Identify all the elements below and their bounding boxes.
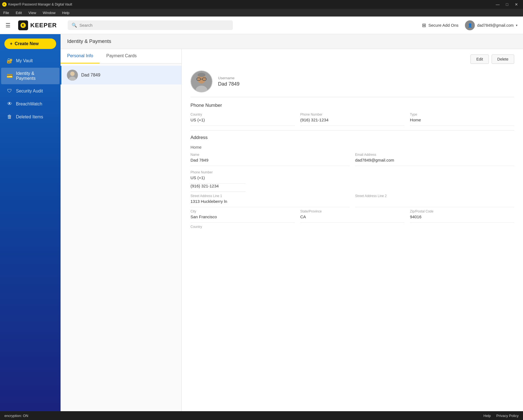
identity-list: Dad 7849: [61, 64, 181, 87]
profile-row: Username Dad 7849: [190, 70, 514, 97]
phone-country-label: Country: [190, 113, 295, 116]
status-bar-right: Help Privacy Policy: [483, 414, 519, 418]
state-value: CA: [300, 214, 405, 219]
state-field: State/Province CA: [300, 209, 405, 223]
sidebar-item-label: My Vault: [16, 58, 33, 63]
city-state-zip-row: City San Francisco State/Province CA Zip…: [190, 209, 514, 223]
content-area: Identity & Payments Personal Info Paymen…: [61, 34, 523, 411]
zip-field: Zip/Postal Code 94016: [410, 209, 514, 223]
close-button[interactable]: ✕: [512, 1, 521, 8]
address-section: Address Home Name Dad 7849 Email Address…: [190, 135, 514, 233]
address-name-label: Name: [190, 153, 350, 157]
tabs: Personal Info Payment Cards: [61, 49, 181, 64]
search-input[interactable]: [79, 23, 229, 28]
phone-type-field: Type Home: [410, 113, 514, 126]
phone-number-label: Phone Number: [300, 113, 405, 116]
username-label: Username: [218, 76, 239, 80]
minimize-button[interactable]: —: [493, 1, 502, 8]
sidebar-item-label: Deleted Items: [16, 114, 43, 119]
trash-icon: 🗑: [7, 114, 13, 120]
user-email: dad7849@gmail.com: [477, 23, 514, 28]
address-phone-country-value: US (+1): [190, 175, 246, 180]
search-bar: 🔍: [68, 20, 233, 30]
privacy-policy-link[interactable]: Privacy Policy: [496, 414, 519, 418]
delete-button[interactable]: Delete: [492, 54, 514, 64]
section-header: Identity & Payments: [61, 34, 523, 49]
sidebar-item-breachwatch[interactable]: 👁 BreachWatch: [1, 98, 59, 110]
maximize-button[interactable]: □: [503, 1, 511, 8]
create-new-button[interactable]: + Create New: [4, 39, 56, 49]
app-icon: K: [2, 2, 7, 7]
menu-view[interactable]: View: [27, 10, 37, 15]
window-title: Keeper® Password Manager & Digital Vault: [8, 2, 72, 6]
tab-personal-info-label: Personal Info: [67, 53, 93, 58]
street1-label: Street Address Line 1: [190, 194, 350, 198]
address-phone-label: Phone Number: [190, 170, 246, 174]
tab-payment-cards-label: Payment Cards: [106, 53, 137, 58]
panels-container: Personal Info Payment Cards: [61, 49, 523, 411]
detail-panel: Edit Delete: [182, 49, 523, 411]
sidebar-item-identity-payments[interactable]: 💳 Identity & Payments: [1, 68, 59, 84]
city-label: City: [190, 209, 295, 213]
street1-field: Street Address Line 1 1313 Huckleberry l…: [190, 194, 350, 207]
menu-file[interactable]: File: [2, 10, 10, 15]
grid-icon: ⊞: [422, 22, 426, 28]
sidebar-item-label: Identity & Payments: [16, 71, 54, 81]
city-field: City San Francisco: [190, 209, 295, 223]
country-field: Country: [190, 225, 514, 233]
name-email-row: Name Dad 7849 Email Address dad7849@gmai…: [190, 153, 514, 166]
section-title: Identity & Payments: [67, 39, 111, 44]
phone-number-value: (916) 321-1234: [300, 118, 405, 122]
user-menu[interactable]: 👤 dad7849@gmail.com ▾: [465, 20, 517, 30]
user-avatar: 👤: [465, 20, 475, 30]
item-name: Dad 7849: [81, 73, 100, 78]
phone-fields: Country US (+1) Phone Number (916) 321-1…: [190, 113, 514, 126]
phone-country-value: US (+1): [190, 118, 295, 122]
menu-bar: File Edit View Window Help: [0, 9, 523, 17]
address-name-field: Name Dad 7849: [190, 153, 350, 166]
help-link[interactable]: Help: [483, 414, 491, 418]
menu-help[interactable]: Help: [61, 10, 71, 15]
hamburger-menu[interactable]: ☰: [6, 22, 10, 29]
edit-button[interactable]: Edit: [470, 54, 489, 64]
list-item[interactable]: Dad 7849: [61, 66, 181, 84]
tab-personal-info[interactable]: Personal Info: [61, 49, 100, 64]
sidebar-item-my-vault[interactable]: 🔐 My Vault: [1, 54, 59, 67]
list-panel: Personal Info Payment Cards: [61, 49, 182, 411]
zip-value: 94016: [410, 214, 514, 219]
address-email-value: dad7849@gmail.com: [355, 158, 514, 162]
chevron-down-icon: ▾: [516, 23, 517, 27]
tab-payment-cards[interactable]: Payment Cards: [100, 49, 143, 64]
sidebar-item-label: Security Audit: [16, 89, 43, 94]
street2-field: Street Address Line 2: [355, 194, 514, 207]
status-bar: encryption: ON Help Privacy Policy: [0, 411, 523, 420]
address-email-label: Email Address: [355, 153, 514, 157]
logo-icon: K: [18, 20, 28, 30]
address-email-field: Email Address dad7849@gmail.com: [355, 153, 514, 166]
street1-value: 1313 Huckleberry ln: [190, 199, 350, 204]
country-label: Country: [190, 225, 514, 229]
app-container: ☰ K KEEPER 🔍 ⊞ Secure Add Ons 👤: [0, 17, 523, 420]
create-new-label: Create New: [15, 41, 39, 46]
divider: [190, 130, 514, 130]
title-bar: K Keeper® Password Manager & Digital Vau…: [0, 0, 523, 9]
secure-addons-button[interactable]: ⊞ Secure Add Ons: [422, 22, 458, 28]
sidebar: + Create New 🔐 My Vault 💳 Identity & Pay…: [0, 34, 61, 411]
logo: K KEEPER: [18, 20, 57, 30]
security-icon: 🛡: [7, 88, 13, 94]
city-value: San Francisco: [190, 214, 295, 219]
svg-point-11: [198, 73, 206, 77]
menu-edit[interactable]: Edit: [15, 10, 23, 15]
phone-type-value: Home: [410, 118, 514, 122]
menu-window[interactable]: Window: [42, 10, 56, 15]
sidebar-item-deleted-items[interactable]: 🗑 Deleted Items: [1, 111, 59, 123]
address-phone-number-value: (916) 321-1234: [190, 184, 246, 188]
header-right: ⊞ Secure Add Ons 👤 dad7849@gmail.com ▾: [422, 20, 517, 30]
logo-text: KEEPER: [30, 22, 57, 29]
item-avatar: [67, 70, 78, 81]
window-controls: — □ ✕: [493, 1, 521, 8]
sidebar-item-security-audit[interactable]: 🛡 Security Audit: [1, 85, 59, 97]
address-phone-country: Phone Number US (+1): [190, 170, 246, 184]
street2-label: Street Address Line 2: [355, 194, 514, 198]
header: ☰ K KEEPER 🔍 ⊞ Secure Add Ons 👤: [0, 17, 523, 34]
